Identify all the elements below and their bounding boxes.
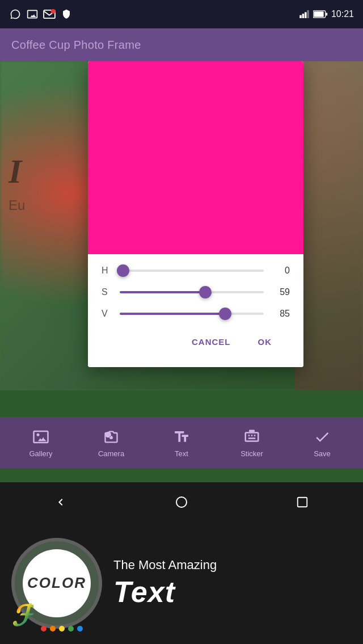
camera-label: Camera: [98, 449, 124, 458]
shield-status-icon: [60, 8, 73, 20]
cancel-button[interactable]: CANCEL: [183, 332, 240, 351]
whatsapp-icon: [9, 8, 22, 20]
gallery-label: Gallery: [29, 449, 52, 458]
value-track[interactable]: [120, 313, 264, 315]
ad-main-title: Text: [113, 575, 352, 609]
title-bar: Coffee Cup Photo Frame: [0, 28, 363, 61]
saturation-track[interactable]: [120, 291, 264, 293]
main-content: I Eu H 0 S: [0, 61, 363, 390]
toolbar-sticker[interactable]: Sticker: [232, 428, 272, 458]
dots-row: [41, 626, 83, 632]
ad-text-section: The Most Amazing Text: [113, 558, 352, 609]
saturation-fill: [120, 291, 202, 293]
text-icon: [172, 428, 191, 446]
dot-blue: [77, 626, 83, 632]
home-button[interactable]: [167, 488, 196, 516]
value-slider-row: V 85: [102, 309, 290, 319]
saturation-label: S: [102, 287, 113, 297]
value-fill: [120, 313, 222, 315]
svg-rect-3: [302, 14, 305, 18]
email-status-icon: [43, 8, 56, 20]
ok-button[interactable]: OK: [249, 332, 281, 351]
save-label: Save: [314, 449, 331, 458]
value-value: 85: [273, 309, 290, 319]
color-preview-area: [88, 61, 303, 254]
toolbar-gallery[interactable]: Gallery: [21, 428, 61, 458]
hue-value: 0: [273, 266, 290, 276]
hue-track[interactable]: [120, 270, 264, 272]
sticker-label: Sticker: [240, 449, 263, 458]
ad-subtitle: The Most Amazing: [113, 558, 352, 573]
status-bar: 10:21: [0, 0, 363, 28]
dot-orange: [50, 626, 56, 632]
back-button[interactable]: [47, 488, 75, 516]
svg-rect-1: [51, 9, 56, 14]
svg-rect-12: [298, 498, 307, 507]
saturation-value: 59: [273, 287, 290, 297]
dot-yellow: [59, 626, 65, 632]
dot-green: [68, 626, 74, 632]
hue-label: H: [102, 266, 113, 276]
recent-button[interactable]: [288, 488, 316, 516]
time-display: 10:21: [331, 9, 354, 19]
save-icon: [313, 428, 331, 446]
camera-icon: [102, 428, 120, 446]
status-icons-left: [9, 8, 73, 20]
dialog-buttons: CANCEL OK: [102, 330, 290, 360]
svg-rect-2: [299, 15, 302, 18]
svg-point-11: [176, 497, 187, 507]
svg-point-9: [37, 433, 40, 436]
saturation-slider-row: S 59: [102, 287, 290, 297]
dialog-overlay: H 0 S 59: [0, 61, 363, 390]
gallery-status-icon: [26, 8, 39, 20]
color-badge-text: COLOR: [27, 574, 86, 592]
battery-icon: [313, 10, 328, 18]
gallery-icon: [32, 428, 50, 446]
sticker-icon: [243, 428, 261, 446]
text-label: Text: [175, 449, 188, 458]
sliders-section: H 0 S 59: [88, 254, 303, 367]
bottom-toolbar: Gallery Camera Text Sticker: [0, 417, 363, 468]
signal-icon: [299, 10, 310, 18]
app-title: Coffee Cup Photo Frame: [11, 39, 141, 52]
value-thumb[interactable]: [219, 308, 231, 320]
toolbar-text[interactable]: Text: [162, 428, 201, 458]
hue-thumb[interactable]: [117, 264, 129, 277]
dot-red: [41, 626, 47, 632]
status-icons-right: 10:21: [299, 9, 354, 19]
svg-rect-10: [249, 430, 255, 432]
toolbar-camera[interactable]: Camera: [91, 428, 131, 458]
svg-rect-4: [305, 12, 307, 19]
hue-slider-row: H 0: [102, 266, 290, 276]
svg-rect-8: [326, 12, 327, 15]
svg-rect-5: [307, 10, 309, 18]
toolbar-save[interactable]: Save: [302, 428, 342, 458]
svg-rect-7: [314, 11, 323, 17]
fancy-f-logo: ℱ: [11, 600, 33, 633]
nav-bar: [0, 482, 363, 522]
saturation-thumb[interactable]: [199, 286, 212, 298]
color-dialog: H 0 S 59: [88, 61, 303, 367]
value-label: V: [102, 309, 113, 319]
